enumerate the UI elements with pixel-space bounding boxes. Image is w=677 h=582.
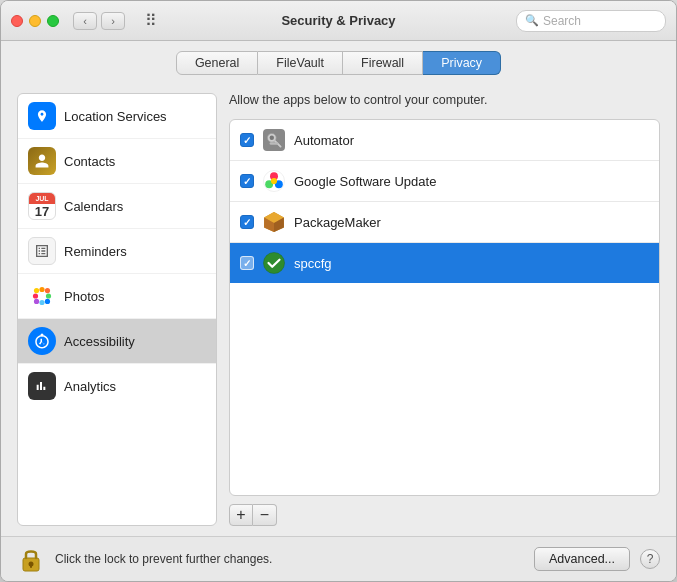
packagemaker-icon xyxy=(262,210,286,234)
tab-general[interactable]: General xyxy=(176,51,258,75)
spccfg-checkbox[interactable]: ✓ xyxy=(240,256,254,270)
sidebar-item-photos[interactable]: Photos xyxy=(18,274,216,319)
sidebar-item-calendars[interactable]: JUL 17 Calendars xyxy=(18,184,216,229)
window-title: Security & Privacy xyxy=(281,13,395,28)
accessibility-icon xyxy=(28,327,56,355)
svg-point-1 xyxy=(39,287,44,292)
main-content: Location Services Contacts JUL 17 Calend… xyxy=(1,83,676,536)
svg-point-4 xyxy=(46,293,51,298)
app-row-google-software-update[interactable]: ✓ Google Software Update xyxy=(230,161,659,202)
window: ‹ › ⠿ Security & Privacy 🔍 Search Genera… xyxy=(0,0,677,582)
remove-app-button[interactable]: − xyxy=(253,504,277,526)
titlebar: ‹ › ⠿ Security & Privacy 🔍 Search xyxy=(1,1,676,41)
app-row-packagemaker[interactable]: ✓ PackageMaker xyxy=(230,202,659,243)
analytics-label: Analytics xyxy=(64,379,116,394)
add-app-button[interactable]: + xyxy=(229,504,253,526)
svg-point-3 xyxy=(33,293,38,298)
grid-icon[interactable]: ⠿ xyxy=(139,12,163,30)
svg-point-7 xyxy=(34,299,39,304)
calendars-icon: JUL 17 xyxy=(28,192,56,220)
tab-privacy[interactable]: Privacy xyxy=(423,51,501,75)
help-button[interactable]: ? xyxy=(640,549,660,569)
advanced-button[interactable]: Advanced... xyxy=(534,547,630,571)
nav-buttons: ‹ › xyxy=(73,12,125,30)
svg-point-6 xyxy=(45,288,50,293)
app-row-spccfg[interactable]: ✓ spccfg xyxy=(230,243,659,283)
app-row-automator[interactable]: ✓ Automator xyxy=(230,120,659,161)
close-button[interactable] xyxy=(11,15,23,27)
automator-icon xyxy=(262,128,286,152)
google-software-update-icon xyxy=(262,169,286,193)
calendar-month: JUL xyxy=(28,193,56,204)
packagemaker-checkbox[interactable]: ✓ xyxy=(240,215,254,229)
tab-firewall[interactable]: Firewall xyxy=(343,51,423,75)
svg-point-8 xyxy=(45,299,50,304)
packagemaker-name: PackageMaker xyxy=(294,215,381,230)
automator-checkbox[interactable]: ✓ xyxy=(240,133,254,147)
traffic-lights xyxy=(11,15,59,27)
panel-description: Allow the apps below to control your com… xyxy=(229,93,660,107)
check-icon: ✓ xyxy=(243,258,251,269)
forward-button[interactable]: › xyxy=(101,12,125,30)
svg-point-2 xyxy=(39,300,44,305)
calendars-label: Calendars xyxy=(64,199,123,214)
sidebar-item-location-services[interactable]: Location Services xyxy=(18,94,216,139)
search-icon: 🔍 xyxy=(525,14,539,27)
svg-point-23 xyxy=(263,252,284,273)
tabs-bar: General FileVault Firewall Privacy xyxy=(1,41,676,83)
sidebar-item-reminders[interactable]: Reminders xyxy=(18,229,216,274)
sidebar-item-accessibility[interactable]: Accessibility xyxy=(18,319,216,364)
back-button[interactable]: ‹ xyxy=(73,12,97,30)
accessibility-label: Accessibility xyxy=(64,334,135,349)
automator-name: Automator xyxy=(294,133,354,148)
check-icon: ✓ xyxy=(243,135,251,146)
reminders-label: Reminders xyxy=(64,244,127,259)
svg-point-0 xyxy=(39,293,44,298)
location-services-icon xyxy=(28,102,56,130)
contacts-label: Contacts xyxy=(64,154,115,169)
lock-text: Click the lock to prevent further change… xyxy=(55,552,524,566)
svg-rect-26 xyxy=(30,564,32,568)
svg-point-12 xyxy=(270,136,274,140)
list-controls: + − xyxy=(229,504,660,526)
google-software-update-name: Google Software Update xyxy=(294,174,436,189)
sidebar: Location Services Contacts JUL 17 Calend… xyxy=(17,93,217,526)
check-icon: ✓ xyxy=(243,217,251,228)
app-list: ✓ Automator xyxy=(229,119,660,496)
tab-filevault[interactable]: FileVault xyxy=(258,51,343,75)
google-software-update-checkbox[interactable]: ✓ xyxy=(240,174,254,188)
location-services-label: Location Services xyxy=(64,109,167,124)
svg-point-18 xyxy=(271,178,277,184)
maximize-button[interactable] xyxy=(47,15,59,27)
calendar-day: 17 xyxy=(35,204,49,219)
bottom-bar: Click the lock to prevent further change… xyxy=(1,536,676,581)
search-placeholder: Search xyxy=(543,14,581,28)
photos-icon xyxy=(28,282,56,310)
analytics-icon xyxy=(28,372,56,400)
check-icon: ✓ xyxy=(243,176,251,187)
svg-rect-13 xyxy=(270,142,279,145)
svg-point-5 xyxy=(34,288,39,293)
lock-icon[interactable] xyxy=(17,545,45,573)
minimize-button[interactable] xyxy=(29,15,41,27)
reminders-icon xyxy=(28,237,56,265)
contacts-icon xyxy=(28,147,56,175)
right-panel: Allow the apps below to control your com… xyxy=(229,93,660,526)
spccfg-icon xyxy=(262,251,286,275)
spccfg-name: spccfg xyxy=(294,256,332,271)
sidebar-item-analytics[interactable]: Analytics xyxy=(18,364,216,408)
sidebar-item-contacts[interactable]: Contacts xyxy=(18,139,216,184)
search-box[interactable]: 🔍 Search xyxy=(516,10,666,32)
photos-label: Photos xyxy=(64,289,104,304)
